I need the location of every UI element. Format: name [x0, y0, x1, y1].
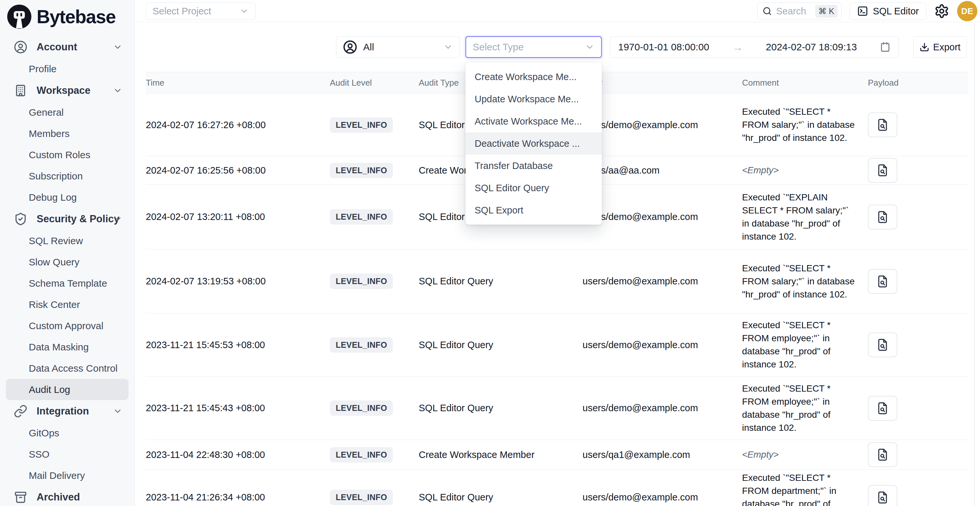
column-header-audit-level: Audit Level [330, 78, 419, 88]
table-row: 2024-02-07 13:19:53 +08:00 LEVEL_INFO SQ… [146, 250, 968, 313]
chevron-down-icon [113, 42, 123, 52]
gear-icon[interactable] [934, 3, 949, 19]
cell-payload [868, 158, 968, 183]
sidebar-item-subscription[interactable]: Subscription [0, 165, 134, 187]
sidebar-item-slow-query[interactable]: Slow Query [0, 251, 134, 273]
topbar-actions: Search ⌘ K SQL Editor DE [757, 2, 977, 20]
type-filter-dropdown[interactable]: Select Type [466, 36, 602, 58]
bytebase-audit-log-page: { "brand": { "name": "Bytebase", "logo_i… [0, 0, 980, 506]
type-menu-item[interactable]: Transfer Database [466, 154, 602, 177]
sidebar-item-custom-roles[interactable]: Custom Roles [0, 144, 134, 165]
shield-check-icon [14, 212, 27, 226]
export-label: Export [933, 42, 961, 53]
file-search-icon [876, 210, 889, 224]
payload-view-button[interactable] [868, 442, 897, 467]
search-icon [762, 6, 772, 16]
select-project-dropdown[interactable]: Select Project [146, 3, 256, 20]
date-from-value: 1970-01-01 08:00:00 [618, 41, 710, 53]
cell-comment: Executed `"SELECT * FROM salary;"` in da… [742, 262, 855, 301]
payload-view-button[interactable] [868, 396, 897, 421]
level-badge: LEVEL_INFO [330, 163, 393, 178]
date-to-value: 2024-02-07 18:09:13 [766, 41, 857, 53]
cell-comment: <Empty> [742, 164, 855, 177]
cell-comment: Executed `"SELECT * FROM salary;"` in da… [742, 105, 855, 145]
sidebar-item-members[interactable]: Members [0, 123, 134, 144]
user-circle-icon [14, 40, 27, 54]
table-row: 2023-11-21 15:45:43 +08:00 LEVEL_INFO SQ… [146, 377, 968, 440]
cell-audit-type: SQL Editor Query [419, 340, 582, 350]
cell-time: 2023-11-21 15:45:43 +08:00 [146, 403, 330, 414]
sidebar-section: Archived [0, 486, 134, 506]
column-header-actor: Actor [582, 78, 742, 88]
sidebar-item-sso[interactable]: SSO [0, 444, 134, 465]
sql-editor-label: SQL Editor [873, 6, 919, 17]
cell-audit-level: LEVEL_INFO [330, 117, 419, 133]
file-search-icon [876, 490, 889, 505]
cell-time: 2024-02-07 13:20:11 +08:00 [146, 212, 330, 222]
cell-audit-type: SQL Editor Query [419, 276, 582, 286]
sidebar-section-workspace[interactable]: Workspace [0, 80, 134, 102]
actor-filter-dropdown[interactable]: All [336, 36, 460, 58]
payload-view-button[interactable] [868, 485, 897, 506]
sidebar-item-sql-review[interactable]: SQL Review [0, 230, 134, 251]
sql-editor-button[interactable]: SQL Editor [850, 3, 926, 20]
chevron-down-icon [113, 86, 123, 95]
type-menu-item[interactable]: Create Workspace Me... [466, 66, 602, 88]
sidebar-nav: Account Profile Workspace GeneralMembers… [0, 36, 134, 506]
sidebar-item-risk-center[interactable]: Risk Center [0, 294, 134, 315]
main-area: Select Project Search ⌘ K SQL Editor [135, 0, 980, 506]
level-badge: LEVEL_INFO [330, 490, 393, 505]
cell-audit-level: LEVEL_INFO [330, 400, 419, 416]
sidebar-item-schema-template[interactable]: Schema Template [0, 273, 134, 294]
sidebar-section-security-policy[interactable]: Security & Policy [0, 208, 134, 230]
select-project-label: Select Project [153, 6, 211, 17]
search-input[interactable]: Search ⌘ K [757, 3, 842, 20]
sidebar-item-data-masking[interactable]: Data Masking [0, 336, 134, 358]
date-range-picker[interactable]: 1970-01-01 08:00:00 → 2024-02-07 18:09:1… [610, 36, 899, 58]
search-placeholder: Search [776, 6, 811, 17]
payload-view-button[interactable] [868, 113, 897, 137]
payload-view-button[interactable] [868, 158, 897, 183]
sidebar-section-integration[interactable]: Integration [0, 400, 134, 422]
type-menu-item[interactable]: SQL Editor Query [466, 177, 602, 199]
payload-view-button[interactable] [868, 269, 897, 294]
section-label: Account [37, 41, 77, 53]
payload-view-button[interactable] [868, 333, 897, 357]
brand-name: Bytebase [37, 6, 115, 27]
cell-audit-type: Create Workspace Member [419, 449, 582, 460]
avatar[interactable]: DE [957, 1, 977, 21]
column-header-comment: Comment [742, 78, 868, 88]
sidebar-item-audit-log[interactable]: Audit Log [6, 379, 129, 400]
type-menu-item[interactable]: Update Workspace Me... [466, 88, 602, 110]
export-button[interactable]: Export [913, 36, 967, 58]
type-menu-item[interactable]: SQL Export [466, 199, 602, 221]
sidebar-item-custom-approval[interactable]: Custom Approval [0, 315, 134, 336]
cell-audit-type: SQL Editor Query [419, 403, 582, 414]
chevron-down-icon [585, 42, 595, 52]
sidebar-section-archived[interactable]: Archived [0, 486, 134, 506]
level-badge: LEVEL_INFO [330, 447, 393, 463]
file-search-icon [876, 401, 889, 415]
sidebar-item-debug-log[interactable]: Debug Log [0, 187, 134, 208]
bytebase-logo[interactable]: Bytebase [0, 0, 134, 29]
sidebar: Bytebase Account Profile Workspace Gener… [0, 0, 135, 506]
type-menu-item[interactable]: Activate Workspace Me... [466, 110, 602, 132]
column-header-payload: Payload [868, 78, 968, 88]
type-menu-item[interactable]: Deactivate Workspace ... [466, 132, 602, 154]
cell-payload [868, 113, 968, 137]
scrollbar-track[interactable] [974, 24, 975, 506]
sidebar-item-mail-delivery[interactable]: Mail Delivery [0, 465, 134, 486]
level-badge: LEVEL_INFO [330, 117, 393, 133]
sidebar-section-account[interactable]: Account [0, 36, 134, 58]
sidebar-item-profile[interactable]: Profile [0, 58, 134, 80]
table-row: 2023-11-04 22:48:30 +08:00 LEVEL_INFO Cr… [146, 440, 968, 470]
chevron-down-icon [113, 406, 123, 416]
sidebar-item-data-access-control[interactable]: Data Access Control [0, 358, 134, 379]
cell-actor: users/aa@aa.com [582, 165, 742, 176]
cell-actor: users/demo@example.com [582, 119, 742, 130]
payload-view-button[interactable] [868, 205, 897, 229]
sidebar-item-gitops[interactable]: GitOps [0, 422, 134, 444]
cell-payload [868, 333, 968, 357]
sidebar-item-general[interactable]: General [0, 102, 134, 123]
cell-audit-level: LEVEL_INFO [330, 490, 419, 505]
